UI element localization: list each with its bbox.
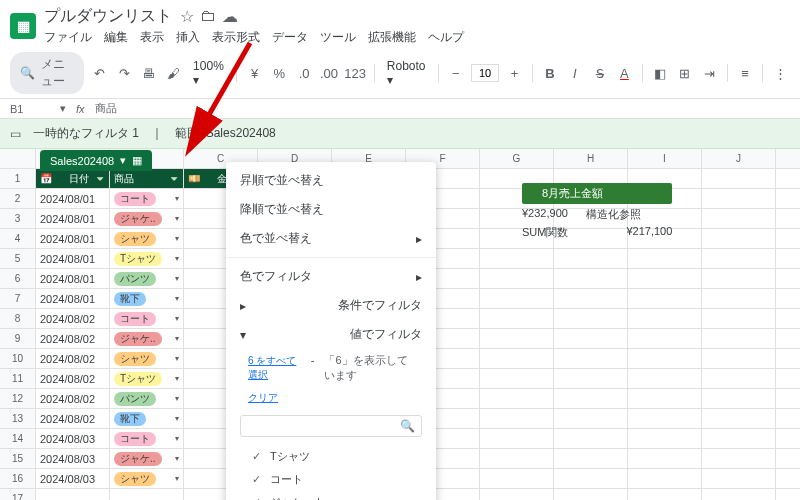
menu-extensions[interactable]: 拡張機能 <box>368 29 416 46</box>
cell-product[interactable]: コート▾ <box>110 309 184 328</box>
menu-help[interactable]: ヘルプ <box>428 29 464 46</box>
cell-date[interactable]: 2024/08/02 <box>36 309 110 328</box>
menu-search[interactable]: 🔍 メニュー <box>10 52 84 94</box>
cell-product[interactable]: ジャケ..▾ <box>110 209 184 228</box>
cell-date[interactable]: 2024/08/02 <box>36 409 110 428</box>
clear-link[interactable]: クリア <box>248 391 278 405</box>
dropdown-arrow-icon[interactable]: ▾ <box>175 454 179 463</box>
cell-product[interactable]: Tシャツ▾ <box>110 249 184 268</box>
dropdown-arrow-icon[interactable]: ▾ <box>175 394 179 403</box>
filter-search-input[interactable] <box>247 420 400 432</box>
menu-data[interactable]: データ <box>272 29 308 46</box>
italic-icon[interactable]: I <box>565 61 584 85</box>
filter-search[interactable]: 🔍 <box>240 415 422 437</box>
fill-color-icon[interactable]: ◧ <box>651 61 670 85</box>
borders-icon[interactable]: ⊞ <box>675 61 694 85</box>
cell-date[interactable]: 2024/08/01 <box>36 289 110 308</box>
temp-filter-label[interactable]: 一時的なフィルタ 1 <box>33 125 139 142</box>
bold-icon[interactable]: B <box>541 61 560 85</box>
cell-date[interactable]: 2024/08/02 <box>36 349 110 368</box>
cell-date[interactable]: 2024/08/02 <box>36 389 110 408</box>
cell-product[interactable]: 靴下▾ <box>110 409 184 428</box>
col-G[interactable]: G <box>480 149 554 168</box>
filter-by-color[interactable]: 色でフィルタ▸ <box>226 262 436 291</box>
hdr-product[interactable]: 商品 <box>114 172 134 186</box>
dropdown-arrow-icon[interactable]: ▾ <box>175 294 179 303</box>
col-J[interactable]: J <box>702 149 776 168</box>
cell-date[interactable]: 2024/08/01 <box>36 229 110 248</box>
cell-product[interactable]: コート▾ <box>110 429 184 448</box>
dropdown-arrow-icon[interactable]: ▾ <box>175 334 179 343</box>
filter-by-condition[interactable]: ▸ 条件でフィルタ <box>226 291 436 320</box>
col-H[interactable]: H <box>554 149 628 168</box>
cell-product[interactable]: ジャケ..▾ <box>110 329 184 348</box>
menu-view[interactable]: 表示 <box>140 29 164 46</box>
dec-decrease-icon[interactable]: .0 <box>295 61 314 85</box>
dropdown-arrow-icon[interactable]: ▾ <box>175 374 179 383</box>
redo-icon[interactable]: ↷ <box>115 61 134 85</box>
filter-option[interactable]: ✓ジャケット <box>226 491 436 500</box>
sort-asc[interactable]: 昇順で並べ替え <box>226 166 436 195</box>
cell-product[interactable]: ジャケ..▾ <box>110 449 184 468</box>
filter-glyph-icon[interactable]: ⏷ <box>170 174 179 184</box>
cell-date[interactable]: 2024/08/03 <box>36 429 110 448</box>
filter-by-value[interactable]: ▾ 値でフィルタ <box>226 320 436 349</box>
sort-desc[interactable]: 降順で並べ替え <box>226 195 436 224</box>
font-select[interactable]: Roboto ▾ <box>383 57 430 89</box>
cell-date[interactable]: 2024/08/01 <box>36 249 110 268</box>
dropdown-arrow-icon[interactable]: ▾ <box>175 414 179 423</box>
hdr-date[interactable]: 日付 <box>69 172 89 186</box>
dropdown-arrow-icon[interactable]: ▾ <box>175 274 179 283</box>
cell-date[interactable]: 2024/08/02 <box>36 329 110 348</box>
filter-option[interactable]: ✓コート <box>226 468 436 491</box>
formula-input[interactable]: 商品 <box>95 101 117 116</box>
col-I[interactable]: I <box>628 149 702 168</box>
cell-product[interactable]: コート▾ <box>110 189 184 208</box>
menu-insert[interactable]: 挿入 <box>176 29 200 46</box>
cell-product[interactable]: シャツ▾ <box>110 349 184 368</box>
menu-edit[interactable]: 編集 <box>104 29 128 46</box>
more-icon[interactable]: ⋮ <box>771 61 790 85</box>
cell-product[interactable]: シャツ▾ <box>110 229 184 248</box>
print-icon[interactable]: 🖶 <box>140 61 159 85</box>
text-color-icon[interactable]: A <box>615 61 634 85</box>
more-formats-icon[interactable]: 123 <box>344 61 366 85</box>
star-icon[interactable]: ☆ <box>180 7 194 26</box>
name-box[interactable]: B1 <box>10 103 50 115</box>
font-inc-icon[interactable]: + <box>505 61 524 85</box>
folder-move-icon[interactable]: 🗀 <box>200 7 216 26</box>
cell-product[interactable]: パンツ▾ <box>110 389 184 408</box>
dec-increase-icon[interactable]: .00 <box>320 61 339 85</box>
cell-product[interactable]: Tシャツ▾ <box>110 369 184 388</box>
dropdown-arrow-icon[interactable]: ▾ <box>175 214 179 223</box>
sheet-tab[interactable]: Sales202408 ▾ ▦ <box>40 150 152 171</box>
cell-date[interactable]: 2024/08/02 <box>36 369 110 388</box>
paint-format-icon[interactable]: 🖌 <box>164 61 183 85</box>
select-all-link[interactable]: 6 をすべて選択 <box>248 354 301 382</box>
cell-date[interactable]: 2024/08/01 <box>36 269 110 288</box>
menu-tools[interactable]: ツール <box>320 29 356 46</box>
menu-file[interactable]: ファイル <box>44 29 92 46</box>
cell-date[interactable]: 2024/08/01 <box>36 209 110 228</box>
font-size-input[interactable] <box>471 64 499 82</box>
filter-glyph-icon[interactable]: ⏷ <box>96 174 105 184</box>
font-dec-icon[interactable]: − <box>446 61 465 85</box>
sort-by-color[interactable]: 色で並べ替え▸ <box>226 224 436 253</box>
dropdown-arrow-icon[interactable]: ▾ <box>175 434 179 443</box>
filter-range[interactable]: 範囲: Sales202408 <box>175 125 276 142</box>
cell-product[interactable]: シャツ▾ <box>110 469 184 488</box>
zoom-select[interactable]: 100% ▾ <box>189 57 228 89</box>
dropdown-arrow-icon[interactable]: ▾ <box>175 314 179 323</box>
merge-icon[interactable]: ⇥ <box>700 61 719 85</box>
percent-icon[interactable]: % <box>270 61 289 85</box>
filter-option[interactable]: ✓Tシャツ <box>226 445 436 468</box>
currency-icon[interactable]: ¥ <box>245 61 264 85</box>
cell-date[interactable]: 2024/08/01 <box>36 189 110 208</box>
cell-product[interactable]: 靴下▾ <box>110 289 184 308</box>
cell-date[interactable]: 2024/08/03 <box>36 449 110 468</box>
dropdown-arrow-icon[interactable]: ▾ <box>175 234 179 243</box>
cell-date[interactable]: 2024/08/03 <box>36 469 110 488</box>
dropdown-arrow-icon[interactable]: ▾ <box>175 194 179 203</box>
undo-icon[interactable]: ↶ <box>90 61 109 85</box>
menu-format[interactable]: 表示形式 <box>212 29 260 46</box>
